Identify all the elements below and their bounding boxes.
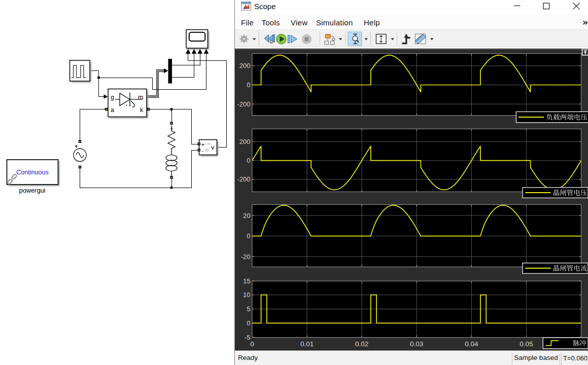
svg-text:0.02: 0.02	[355, 340, 368, 348]
svg-text:10: 10	[243, 291, 250, 299]
svg-text:-5: -5	[245, 334, 251, 341]
svg-text:15: 15	[243, 277, 250, 285]
svg-text:200: 200	[239, 138, 251, 145]
svg-text:-: -	[202, 148, 204, 154]
svg-text:powergui: powergui	[19, 187, 46, 194]
svg-text:0: 0	[247, 81, 250, 89]
svg-text:+: +	[201, 141, 205, 148]
svg-text:20: 20	[243, 212, 250, 220]
svg-text:g: g	[111, 94, 114, 101]
svg-text:5: 5	[247, 305, 250, 313]
svg-text:a: a	[111, 106, 114, 114]
svg-text:-200: -200	[237, 175, 250, 183]
svg-text:k: k	[140, 106, 144, 114]
svg-text:200: 200	[239, 62, 251, 69]
svg-text:0.04: 0.04	[465, 340, 478, 348]
svg-text:-20: -20	[241, 253, 251, 261]
svg-text:Continuous: Continuous	[16, 169, 49, 176]
svg-text:0: 0	[247, 157, 250, 164]
svg-text:0.05: 0.05	[520, 340, 533, 348]
svg-text:0.03: 0.03	[410, 340, 423, 348]
svg-text:0: 0	[247, 232, 250, 240]
svg-text:v: v	[211, 144, 215, 151]
svg-text:0.01: 0.01	[300, 340, 314, 348]
svg-text:0: 0	[250, 340, 254, 348]
svg-text:0: 0	[247, 319, 250, 327]
svg-text:m: m	[138, 94, 143, 101]
svg-text:-200: -200	[237, 100, 250, 108]
